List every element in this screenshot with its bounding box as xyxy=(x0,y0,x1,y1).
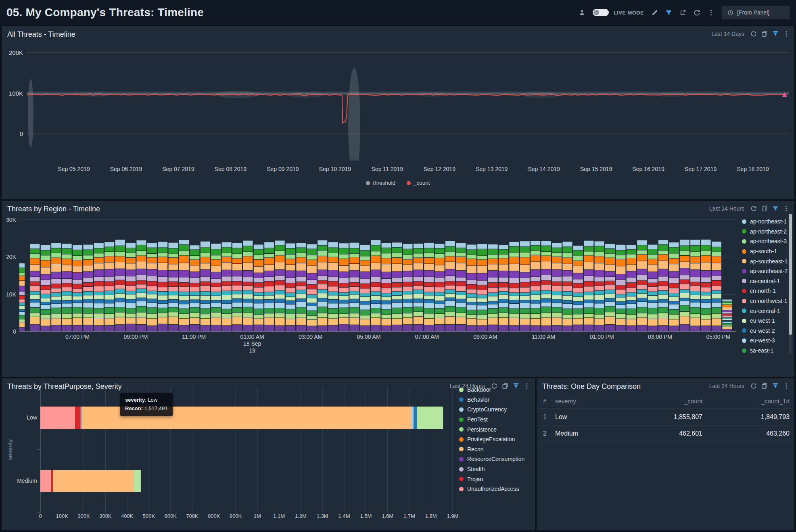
legend-swatch xyxy=(742,269,746,273)
legend-swatch xyxy=(742,299,746,303)
legend-item[interactable]: ResourceConsumption xyxy=(459,454,524,464)
panel-filter-icon[interactable] xyxy=(772,31,779,37)
time-range-value: [From Panel] xyxy=(737,9,769,16)
legend-swatch xyxy=(742,279,746,283)
user-icon[interactable] xyxy=(579,9,585,16)
table-row[interactable]: 1 Low 1,855,807 1,849,793 xyxy=(537,409,794,426)
col-severity: severity xyxy=(555,398,602,405)
panel-filter-icon[interactable] xyxy=(772,205,779,212)
legend-item[interactable]: ca-central-1 xyxy=(742,276,788,286)
table-header: # severity _count _count_1d xyxy=(537,394,794,409)
svg-text:600K: 600K xyxy=(165,513,177,519)
legend-swatch xyxy=(459,407,464,412)
panel-time-range[interactable]: Last 24 Hours xyxy=(709,205,744,212)
svg-text:1.9M: 1.9M xyxy=(447,513,459,519)
chart-tooltip: severity: Low Recon: 1,517,491 xyxy=(120,393,173,416)
legend-swatch xyxy=(742,319,746,323)
legend-item[interactable]: CryptoCurrency xyxy=(459,405,524,415)
panel-kebab-icon[interactable] xyxy=(783,383,790,389)
legend-swatch xyxy=(459,417,464,422)
legend-swatch xyxy=(459,467,464,471)
panel-copy-icon[interactable] xyxy=(502,383,508,389)
panel-copy-icon[interactable] xyxy=(761,383,768,389)
svg-text:100K: 100K xyxy=(9,90,23,97)
legend-item[interactable]: ap-southeast-1 xyxy=(742,256,788,266)
table-row[interactable]: 2 Medium 462,601 463,260 xyxy=(537,426,794,442)
legend-label: ResourceConsumption xyxy=(467,456,524,462)
panel-copy-icon[interactable] xyxy=(761,31,768,37)
legend-item[interactable]: PrivilegeEscalation xyxy=(459,434,524,444)
svg-text:1.4M: 1.4M xyxy=(338,513,350,519)
legend-item[interactable]: threshold xyxy=(366,180,395,186)
legend-item[interactable]: eu-west-2 xyxy=(742,326,788,336)
panel-kebab-icon[interactable] xyxy=(524,383,530,389)
panel-refresh-icon[interactable] xyxy=(750,205,757,212)
svg-text:500K: 500K xyxy=(143,513,155,519)
legend-item[interactable]: ap-northeast-2 xyxy=(742,227,788,237)
panel-time-range[interactable]: Last 14 Days xyxy=(711,31,744,37)
panel-refresh-icon[interactable] xyxy=(491,383,497,389)
panel-refresh-icon[interactable] xyxy=(750,31,757,37)
legend-item[interactable]: Stealth xyxy=(459,464,524,474)
svg-text:Sep 17 2019: Sep 17 2019 xyxy=(685,166,717,172)
legend-item[interactable]: _count xyxy=(407,180,430,186)
legend-item[interactable]: ap-northeast-1 xyxy=(742,217,788,227)
legend-swatch xyxy=(459,447,464,451)
svg-text:05:00 AM: 05:00 AM xyxy=(357,334,380,340)
svg-text:07:00 PM: 07:00 PM xyxy=(65,334,90,340)
share-icon[interactable] xyxy=(679,9,686,16)
svg-text:900K: 900K xyxy=(230,513,242,519)
legend-label: Behavior xyxy=(467,396,489,403)
cell-count: 462,601 xyxy=(602,430,702,437)
panel-kebab-icon[interactable] xyxy=(783,31,790,37)
legend-scrollbar-thumb[interactable] xyxy=(789,214,792,335)
panel-refresh-icon[interactable] xyxy=(750,383,757,389)
legend-item[interactable]: ap-northeast-3 xyxy=(742,236,788,246)
legend-label: _count xyxy=(414,180,430,186)
legend-item[interactable]: eu-central-1 xyxy=(742,306,788,316)
live-mode-toggle[interactable] xyxy=(593,9,609,16)
panel-kebab-icon[interactable] xyxy=(783,205,790,212)
svg-text:09:00 PM: 09:00 PM xyxy=(123,334,148,340)
legend-item[interactable]: PenTest xyxy=(459,415,524,425)
svg-text:Sep 08 2019: Sep 08 2019 xyxy=(215,166,247,172)
panel-time-range[interactable]: Last 24 Hours xyxy=(709,383,744,389)
legend-item[interactable]: cn-northwest-1 xyxy=(742,296,788,306)
panel-title-comparison: Threats: One Day Comparison xyxy=(542,382,641,391)
legend-item[interactable]: ap-south-1 xyxy=(742,246,788,257)
legend-item[interactable]: Behavior xyxy=(459,395,524,405)
legend-swatch xyxy=(459,427,464,432)
cell-severity: Medium xyxy=(555,430,602,437)
svg-text:Sep 07 2019: Sep 07 2019 xyxy=(162,166,194,172)
legend-swatch xyxy=(742,259,746,263)
svg-text:07:00 AM: 07:00 AM xyxy=(415,334,439,340)
refresh-icon[interactable] xyxy=(694,9,700,16)
panel-actions: Last 14 Days xyxy=(711,31,790,37)
edit-icon[interactable] xyxy=(651,9,658,16)
svg-text:Sep 05 2019: Sep 05 2019 xyxy=(58,166,90,172)
legend-swatch xyxy=(459,457,464,461)
svg-text:100K: 100K xyxy=(56,513,69,519)
legend-item[interactable]: Persistence xyxy=(459,424,524,434)
legend-item[interactable]: cn-north-1 xyxy=(742,286,788,296)
legend-item[interactable]: eu-west-1 xyxy=(742,316,788,326)
legend-item[interactable]: sa-east-1 xyxy=(742,346,788,356)
panel-filter-icon[interactable] xyxy=(513,383,519,389)
legend-item[interactable]: ap-southeast-2 xyxy=(742,266,788,276)
legend-item[interactable]: Recon xyxy=(459,444,524,455)
more-menu-icon[interactable] xyxy=(708,9,715,16)
filter-icon[interactable] xyxy=(665,9,672,16)
legend-label: eu-west-1 xyxy=(750,317,775,324)
time-range-picker[interactable]: [From Panel] xyxy=(722,6,790,19)
legend-label: PrivilegeEscalation xyxy=(467,436,515,442)
legend-item[interactable]: Trojan xyxy=(459,474,524,484)
legend-item[interactable]: eu-west-3 xyxy=(742,336,788,346)
col-count: _count xyxy=(602,398,702,405)
legend-item[interactable]: UnauthorizedAccess xyxy=(459,484,524,494)
panel-time-range[interactable]: Last 24 Hours xyxy=(450,383,485,389)
svg-text:01:00 AM: 01:00 AM xyxy=(240,334,264,340)
panel-by-purpose: Threats by ThreatPurpose, Severity Last … xyxy=(2,378,535,530)
panel-copy-icon[interactable] xyxy=(761,205,768,212)
panel-filter-icon[interactable] xyxy=(772,383,779,389)
clock-icon xyxy=(727,10,733,16)
